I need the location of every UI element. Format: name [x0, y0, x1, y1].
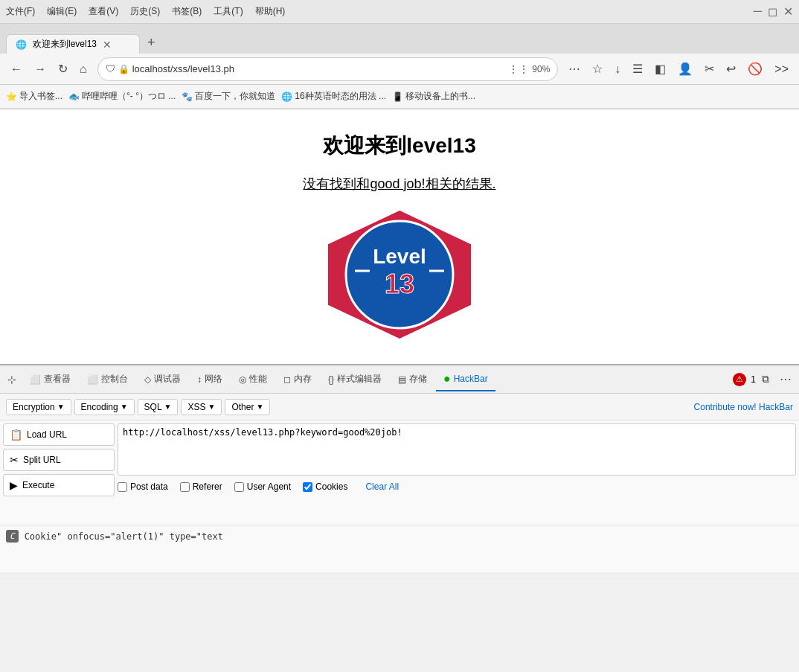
- encryption-menu[interactable]: Encryption ▼: [6, 399, 71, 415]
- bookmark-english[interactable]: 🌐 16种英语时态的用法 ...: [281, 90, 386, 103]
- error-count: 1: [751, 374, 756, 385]
- page-subtitle: 没有找到和good job!相关的结果.: [303, 175, 495, 193]
- other-menu[interactable]: Other ▼: [225, 399, 270, 415]
- post-data-option[interactable]: Post data: [118, 481, 168, 492]
- cookie-badge: C: [6, 530, 19, 543]
- menu-edit[interactable]: 编辑(E): [47, 5, 77, 18]
- post-data-checkbox[interactable]: [118, 482, 127, 492]
- devtools-tab-storage[interactable]: ▤ 存储: [391, 368, 434, 390]
- menu-tools[interactable]: 工具(T): [214, 5, 243, 18]
- bookmark-import[interactable]: ⭐ 导入书签...: [6, 90, 62, 103]
- devtools-more-button[interactable]: ⋯: [775, 369, 796, 389]
- undo-button[interactable]: ↩: [722, 59, 740, 79]
- devtools-toolbar: ⊹ ⬜ 查看器 ⬜ 控制台 ◇ 调试器 ↕ 网络 ◎ 性能 ◻ 内存 {} 样式…: [0, 365, 799, 394]
- devtools-tab-performance[interactable]: ◎ 性能: [231, 368, 275, 390]
- svg-text:13: 13: [385, 269, 414, 299]
- sql-dropdown-icon: ▼: [164, 403, 172, 411]
- globe-icon: 🌐: [281, 92, 292, 102]
- hackbar-dot-icon: ●: [443, 372, 451, 385]
- account-button[interactable]: 👤: [673, 59, 697, 79]
- devtools-pick-element[interactable]: ⊹: [3, 371, 21, 388]
- execute-icon: ▶: [10, 479, 18, 491]
- menu-bookmarks[interactable]: 书签(B): [172, 5, 202, 18]
- back-button[interactable]: ←: [6, 60, 27, 79]
- home-button[interactable]: ⌂: [75, 60, 92, 79]
- page-title: 欢迎来到level13: [323, 132, 475, 160]
- menu-file[interactable]: 文件(F): [6, 5, 35, 18]
- browser-tab[interactable]: 🌐 欢迎来到level13 ✕: [6, 34, 140, 54]
- devtools-tab-style-editor[interactable]: {} 样式编辑器: [321, 368, 389, 390]
- execute-button[interactable]: ▶ Execute: [3, 474, 115, 496]
- devtools-tab-hackbar[interactable]: ● HackBar: [436, 368, 495, 391]
- devtools-tab-network[interactable]: ↕ 网络: [190, 368, 230, 390]
- star-button[interactable]: ☆: [588, 59, 607, 79]
- baidu-icon: 🐾: [182, 92, 193, 102]
- bookmark-baidu[interactable]: 🐾 百度一下，你就知道: [182, 90, 275, 103]
- encoding-dropdown-icon: ▼: [121, 403, 128, 411]
- contribute-link[interactable]: Contribute now! HackBar: [694, 402, 793, 412]
- window-close[interactable]: ✕: [783, 4, 793, 19]
- menu-help[interactable]: 帮助(H): [255, 5, 286, 18]
- referer-option[interactable]: Referer: [180, 481, 222, 492]
- error-icon: ⚠: [736, 374, 743, 384]
- clear-all-button[interactable]: Clear All: [365, 481, 399, 492]
- browser-chrome: 🌐 欢迎来到level13 ✕ + ← → ↻ ⌂ 🛡 🔒 localhost/…: [0, 24, 799, 109]
- adblock-button[interactable]: 🚫: [743, 59, 767, 79]
- encryption-dropdown-icon: ▼: [57, 403, 65, 411]
- zoom-level[interactable]: 90%: [532, 64, 550, 74]
- menu-view[interactable]: 查看(V): [89, 5, 118, 18]
- library-button[interactable]: ☰: [628, 59, 647, 79]
- devtools-dock-button[interactable]: ⧉: [757, 370, 774, 388]
- download-button[interactable]: ↓: [610, 60, 625, 79]
- user-agent-option[interactable]: User Agent: [234, 481, 291, 492]
- grid-icon: ⋮⋮: [508, 63, 529, 75]
- sql-menu[interactable]: SQL ▼: [138, 399, 179, 415]
- devtools-tab-console[interactable]: ⬜ 控制台: [80, 368, 135, 390]
- screenshot-button[interactable]: ✂: [700, 59, 719, 79]
- hackbar-right-panel: http://localhost/xss/level13.php?keyword…: [118, 423, 796, 522]
- navigation-toolbar: ← → ↻ ⌂ 🛡 🔒 localhost/xss/level13.ph ⋮⋮ …: [0, 54, 799, 85]
- split-url-button[interactable]: ✂ Split URL: [3, 449, 115, 471]
- tab-title: 欢迎来到level13: [33, 38, 97, 51]
- more-options-button[interactable]: ⋯: [564, 59, 585, 79]
- new-tab-button[interactable]: +: [140, 32, 163, 54]
- devtools-tab-inspector[interactable]: ⬜ 查看器: [22, 368, 78, 390]
- address-text[interactable]: localhost/xss/level13.ph: [132, 63, 506, 74]
- window-restore[interactable]: ◻: [768, 4, 777, 19]
- extensions-button[interactable]: >>: [770, 60, 793, 79]
- debugger-icon: ◇: [144, 374, 151, 385]
- load-url-button[interactable]: 📋 Load URL: [3, 423, 115, 446]
- xss-dropdown-icon: ▼: [208, 403, 216, 411]
- reload-button[interactable]: ↻: [54, 59, 72, 79]
- bookmark-bilibili[interactable]: 🐟 哔哩哔哩（°- °）つロ ...: [68, 90, 176, 103]
- hackbar-options: Post data Referer User Agent Cookies Cle…: [118, 479, 796, 495]
- cookie-value[interactable]: Cookie" onfocus="alert(1)" type="text: [25, 531, 223, 542]
- page-content: 欢迎来到level13 没有找到和good job!相关的结果. Level 1…: [0, 109, 799, 364]
- memory-icon: ◻: [283, 374, 291, 385]
- forward-button[interactable]: →: [30, 60, 51, 79]
- menu-history[interactable]: 历史(S): [130, 5, 160, 18]
- devtools-tab-debugger[interactable]: ◇ 调试器: [137, 368, 188, 390]
- sidebar-button[interactable]: ◧: [650, 59, 670, 79]
- tab-close-button[interactable]: ✕: [103, 39, 112, 51]
- svg-text:Level: Level: [373, 245, 426, 268]
- encoding-menu[interactable]: Encoding ▼: [74, 399, 135, 415]
- inspector-icon: ⬜: [30, 374, 41, 385]
- referer-checkbox[interactable]: [180, 482, 190, 492]
- xss-menu[interactable]: XSS ▼: [181, 399, 222, 415]
- tab-favicon: 🌐: [16, 39, 27, 50]
- level13-logo: Level 13: [310, 208, 489, 342]
- devtools-tab-memory[interactable]: ◻ 内存: [276, 368, 319, 390]
- cookies-checkbox[interactable]: [303, 482, 312, 492]
- window-minimize[interactable]: ─: [754, 4, 762, 19]
- bookmarks-bar: ⭐ 导入书签... 🐟 哔哩哔哩（°- °）つロ ... 🐾 百度一下，你就知道…: [0, 85, 799, 109]
- url-input[interactable]: http://localhost/xss/level13.php?keyword…: [118, 423, 796, 476]
- bookmark-mobile[interactable]: 📱 移动设备上的书...: [392, 90, 475, 103]
- hackbar-toolbar: Encryption ▼ Encoding ▼ SQL ▼ XSS ▼ Othe…: [0, 394, 799, 420]
- title-bar: 文件(F) 编辑(E) 查看(V) 历史(S) 书签(B) 工具(T) 帮助(H…: [0, 0, 799, 24]
- devtools-panel: ⊹ ⬜ 查看器 ⬜ 控制台 ◇ 调试器 ↕ 网络 ◎ 性能 ◻ 内存 {} 样式…: [0, 364, 799, 572]
- cookies-option[interactable]: Cookies: [303, 481, 347, 492]
- user-agent-checkbox[interactable]: [234, 482, 244, 492]
- bilibili-icon: 🐟: [68, 92, 80, 102]
- network-icon: ↕: [197, 374, 202, 385]
